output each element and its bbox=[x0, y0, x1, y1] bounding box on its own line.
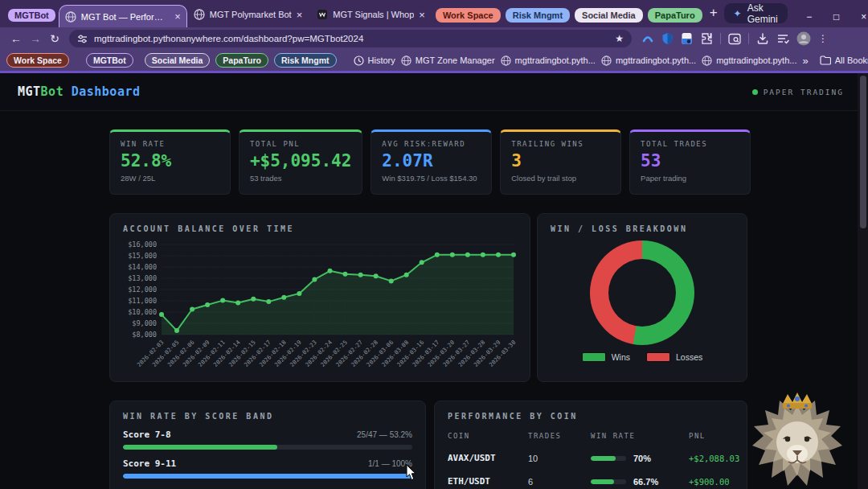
bookmark-mgttradingbot-2[interactable]: mgttradingbot.pyth... bbox=[601, 55, 696, 66]
data-point bbox=[496, 253, 501, 257]
tab-mgt-signals-whop[interactable]: MGT Signals | Whop × bbox=[310, 3, 432, 26]
stat-card-trailing-wins: TRAILING WINS 3 Closed by trail stop bbox=[500, 129, 621, 195]
bookmark-star-icon[interactable]: ★ bbox=[615, 33, 624, 44]
progress-track bbox=[123, 474, 412, 479]
coin-cell: ETH/USDT bbox=[448, 476, 528, 487]
bookmark-history[interactable]: History bbox=[354, 55, 395, 66]
data-point bbox=[235, 301, 240, 306]
close-tab-icon[interactable]: × bbox=[174, 11, 181, 22]
shield-extension-icon[interactable] bbox=[661, 32, 674, 45]
menu-kebab-icon[interactable]: ⋮ bbox=[818, 33, 828, 44]
folder-icon bbox=[820, 55, 831, 65]
y-tick-label: $9,000 bbox=[132, 319, 157, 327]
win-rate-pct: 66.7% bbox=[633, 477, 658, 487]
mouse-cursor bbox=[406, 465, 417, 481]
bookmark-folder-risk-mngmt[interactable]: Risk Mngmt bbox=[274, 53, 337, 68]
tab-group-social-media[interactable]: Social Media bbox=[575, 8, 643, 23]
data-point bbox=[465, 253, 470, 257]
page-title: MGTBot Dashboard bbox=[18, 84, 141, 99]
all-bookmarks-label: All Bookmarks bbox=[835, 55, 868, 65]
data-point bbox=[511, 253, 516, 257]
progress-fill bbox=[123, 445, 277, 450]
minimize-button[interactable]: − bbox=[796, 11, 823, 23]
forward-button[interactable]: → bbox=[26, 32, 45, 45]
score-band-row: Score 7-8 25/47 — 53.2% bbox=[123, 429, 412, 450]
brand-bot: Bot bbox=[41, 84, 64, 99]
tab-performance-dashboard[interactable]: MGT Bot — Performance Dash × bbox=[59, 5, 187, 27]
back-button[interactable]: ← bbox=[6, 32, 26, 45]
pnl-cell: +$900.00 bbox=[689, 477, 734, 487]
win-rate-cell: 70% bbox=[591, 454, 689, 463]
bookmark-label: History bbox=[368, 55, 395, 65]
y-tick-label: $10,000 bbox=[128, 308, 157, 316]
close-window-button[interactable]: × bbox=[850, 11, 868, 23]
pnl-cell: +$2,088.03 bbox=[689, 454, 739, 463]
losses-swatch bbox=[646, 352, 670, 362]
wave-extension-icon[interactable] bbox=[641, 32, 654, 45]
tab-group-risk-mngmt[interactable]: Risk Mngmt bbox=[506, 8, 570, 23]
bookmark-mgttradingbot-3[interactable]: mgttradingbot.pyth... bbox=[702, 55, 796, 66]
bookmark-folder-work-space[interactable]: Work Space bbox=[6, 53, 69, 68]
bookmarks-overflow-chevron[interactable]: » bbox=[802, 55, 808, 67]
page-scrollbar[interactable] bbox=[858, 73, 868, 489]
stat-label: TOTAL TRADES bbox=[641, 140, 739, 148]
score-band-stat: 25/47 — 53.2% bbox=[357, 430, 412, 439]
winloss-donut-chart bbox=[590, 240, 694, 345]
bookmark-mgttradingbot-1[interactable]: mgttradingbot.pyth... bbox=[501, 55, 596, 66]
data-point bbox=[435, 253, 440, 257]
data-point bbox=[297, 291, 301, 296]
stat-sub: Closed by trail stop bbox=[511, 174, 610, 183]
password-extension-icon[interactable] bbox=[681, 32, 693, 45]
address-bar[interactable]: mgttradingbot.pythonanywhere.com/dashboa… bbox=[69, 30, 632, 47]
dashboard-header: MGTBot Dashboard PAPER TRADING bbox=[0, 73, 868, 111]
site-info-icon[interactable] bbox=[77, 34, 88, 44]
downloads-icon[interactable] bbox=[756, 32, 769, 45]
maximize-button[interactable]: □ bbox=[823, 11, 850, 23]
toolbar-divider bbox=[720, 33, 721, 44]
reload-button[interactable]: ↻ bbox=[45, 32, 64, 45]
stat-value: 3 bbox=[511, 151, 610, 171]
stat-value: +$5,095.42 bbox=[250, 151, 351, 171]
globe-icon bbox=[601, 55, 612, 66]
side-panel-search-icon[interactable] bbox=[728, 33, 741, 45]
stat-card-total-trades: TOTAL TRADES 53 Paper trading bbox=[629, 129, 751, 195]
profile-avatar[interactable] bbox=[796, 31, 811, 46]
globe-icon bbox=[501, 55, 511, 66]
tab-title: MGT Signals | Whop bbox=[333, 10, 414, 19]
ask-gemini-button[interactable]: ✦ Ask Gemini bbox=[724, 3, 788, 23]
bookmarks-bar: Work Space MGTBot Social Media PapaTuro … bbox=[0, 50, 868, 71]
stat-value: 52.8% bbox=[121, 151, 219, 171]
scrollbar-thumb[interactable] bbox=[860, 76, 866, 228]
score-band-label: Score 7-8 bbox=[123, 429, 171, 440]
reading-list-icon[interactable] bbox=[776, 33, 789, 44]
bookmark-folder-social-media[interactable]: Social Media bbox=[145, 53, 211, 68]
y-tick-label: $15,000 bbox=[128, 252, 157, 260]
bookmark-zone-manager[interactable]: MGT Zone Manager bbox=[401, 55, 495, 66]
tab-group-work-space[interactable]: Work Space bbox=[436, 8, 501, 23]
whop-favicon bbox=[317, 9, 328, 20]
stat-sub: 53 trades bbox=[250, 174, 351, 183]
paper-trading-badge: PAPER TRADING bbox=[752, 88, 844, 97]
data-point bbox=[343, 272, 348, 277]
bookmark-folder-papaturo[interactable]: PapaTuro bbox=[215, 53, 268, 68]
stat-card-win-rate: WIN RATE 52.8% 28W / 25L bbox=[109, 129, 231, 195]
browser-window: MGTBot MGT Bot — Performance Dash × MGT … bbox=[0, 0, 868, 489]
bookmark-folder-mgtbot[interactable]: MGTBot bbox=[86, 53, 133, 68]
url-text[interactable]: mgttradingbot.pythonanywhere.com/dashboa… bbox=[94, 34, 608, 43]
tab-group-label-mgtbot[interactable]: MGTBot bbox=[8, 9, 55, 22]
tab-group-papaturo[interactable]: PapaTuro bbox=[648, 8, 702, 23]
tab-polymarket-bot[interactable]: MGT Polymarket Bot × bbox=[187, 3, 309, 26]
legend-item-wins: Wins bbox=[582, 352, 630, 362]
wins-swatch bbox=[582, 352, 606, 362]
new-tab-button[interactable]: + bbox=[710, 5, 718, 21]
winloss-title: WIN / LOSS BREAKDOWN bbox=[551, 224, 734, 233]
brand-dashboard: Dashboard bbox=[72, 84, 141, 99]
y-tick-label: $13,000 bbox=[128, 274, 157, 282]
status-dot-icon bbox=[752, 89, 758, 95]
all-bookmarks-button[interactable]: All Bookmarks bbox=[820, 55, 868, 65]
data-point bbox=[205, 302, 210, 307]
close-tab-icon[interactable]: × bbox=[419, 10, 425, 20]
close-tab-icon[interactable]: × bbox=[297, 10, 303, 20]
data-point bbox=[420, 260, 424, 265]
extensions-puzzle-icon[interactable] bbox=[700, 32, 713, 45]
